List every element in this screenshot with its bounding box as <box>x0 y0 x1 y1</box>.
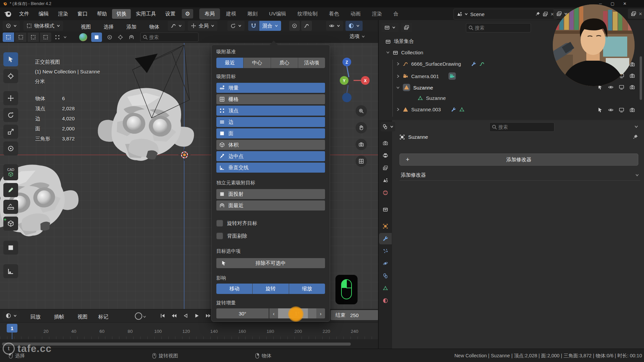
current-frame-badge[interactable]: 1 <box>7 324 17 333</box>
gizmo-dropdown[interactable] <box>168 21 185 31</box>
rotate-align-option[interactable]: 旋转对齐目标 <box>216 220 257 227</box>
end-frame-field[interactable]: 结束 250 <box>331 310 378 320</box>
timeline-scrollbar[interactable] <box>2 343 351 346</box>
tool-search[interactable] <box>140 33 199 42</box>
snap-face-nearest[interactable]: 面最近 <box>216 200 325 210</box>
snap-target-perpendicular[interactable]: 垂直交线 <box>216 163 325 173</box>
tab-modeling[interactable]: 建模 <box>221 8 241 19</box>
snap-base-center[interactable]: 中心 <box>244 58 271 68</box>
exclude-nonselectable-button[interactable]: 排除不可选中 <box>216 258 325 268</box>
tool-cursor[interactable] <box>3 69 18 83</box>
tab-collection-properties[interactable] <box>379 204 392 215</box>
pin-icon[interactable] <box>632 134 638 140</box>
editor-type-button[interactable] <box>3 21 20 31</box>
menu-playback[interactable]: 回放 <box>26 312 45 322</box>
affect-rotate[interactable]: 旋转 <box>253 284 289 294</box>
timeline-editor-button[interactable] <box>3 311 20 321</box>
menu-utils[interactable]: 实用工具 <box>131 9 160 19</box>
chevron-down-icon[interactable] <box>143 314 146 319</box>
menu-settings[interactable]: 设置 <box>161 9 180 19</box>
falloff-dropdown[interactable] <box>301 21 312 31</box>
camera-data-badge[interactable] <box>448 72 456 80</box>
slider-decrease-arrow[interactable]: ‹ <box>269 308 278 318</box>
menu-edit[interactable]: 编辑 <box>34 9 53 19</box>
properties-editor-button[interactable] <box>381 122 395 131</box>
affect-scale[interactable]: 缩放 <box>289 284 325 294</box>
hide-eye-icon[interactable] <box>608 107 613 113</box>
axis-gizmo[interactable]: Z Y X <box>332 54 374 104</box>
snap-target-edge-midpoint[interactable]: 边中点 <box>216 151 325 161</box>
rotation-increment-field[interactable]: 30° <box>216 308 269 318</box>
tab-uv[interactable]: UV编辑 <box>264 8 291 19</box>
snap-base-closest[interactable]: 最近 <box>216 58 244 68</box>
snap-target-face[interactable]: 面 <box>216 128 325 138</box>
overlay-circle-icon[interactable] <box>105 33 115 42</box>
menu-view3d[interactable]: 视图 <box>76 22 95 32</box>
menu-toggle[interactable]: 切换 <box>112 9 131 19</box>
snap-target-edge[interactable]: 边 <box>216 117 325 127</box>
zoom-button[interactable] <box>356 105 367 117</box>
mesh-data-icon[interactable] <box>459 107 465 112</box>
tool-rotate[interactable] <box>3 108 18 122</box>
tab-render-properties[interactable] <box>379 137 392 149</box>
row-collection[interactable]: Collection <box>386 50 423 55</box>
tab-layout[interactable]: 布局 <box>199 8 220 19</box>
snap-with-dropdown[interactable]: 混合 <box>259 21 281 31</box>
hide-render-icon[interactable] <box>630 73 635 78</box>
hide-eye-icon[interactable] <box>608 84 613 90</box>
proportional-edit-toggle[interactable] <box>289 21 300 31</box>
tab-output-properties[interactable] <box>379 150 392 161</box>
tool-corner[interactable] <box>3 264 18 278</box>
tool-add-cube[interactable]: + <box>3 217 18 231</box>
tab-physics-properties[interactable] <box>379 258 392 269</box>
minimize-button[interactable]: ─ <box>599 1 602 6</box>
jump-to-start-button[interactable] <box>158 311 168 320</box>
tab-modifier-properties[interactable] <box>379 233 392 244</box>
tab-sculpt[interactable]: 雕刻 <box>242 8 263 19</box>
selectable-icon[interactable] <box>597 107 603 113</box>
modifier-wrench-icon[interactable] <box>451 107 456 112</box>
hide-viewport-icon[interactable] <box>619 84 624 90</box>
select-mode-circle[interactable] <box>28 33 39 42</box>
tool-search-input[interactable] <box>140 33 199 42</box>
tab-rendering[interactable]: 渲染 <box>367 8 387 19</box>
modifier-wrench-icon[interactable] <box>471 61 476 67</box>
maximize-button[interactable]: ▢ <box>611 1 614 6</box>
backface-cull-option[interactable]: 背面剔除 <box>216 233 247 239</box>
chevron-down-icon[interactable] <box>396 86 400 89</box>
menu-render[interactable]: 渲染 <box>54 9 72 19</box>
checkbox[interactable] <box>216 233 223 239</box>
tab-texture-paint[interactable]: 纹理绘制 <box>292 8 323 19</box>
prev-keyframe-button[interactable] <box>169 311 179 320</box>
copy-icon[interactable] <box>543 11 548 17</box>
menu-help[interactable]: 帮助 <box>93 9 111 19</box>
pin-icon[interactable] <box>535 11 540 17</box>
menu-file[interactable]: 文件 <box>15 9 34 19</box>
play-reverse-button[interactable] <box>180 311 191 320</box>
close-button[interactable]: ✕ <box>623 1 627 6</box>
mode-selector[interactable]: 物体模式 <box>23 21 63 31</box>
menu-object3d[interactable]: 物体 <box>145 22 164 32</box>
matcap-sphere-icon[interactable] <box>79 33 87 41</box>
tool-scale[interactable] <box>3 125 18 139</box>
scene-selector[interactable]: Scene ✕ <box>453 9 557 19</box>
tab-viewlayer-properties[interactable] <box>379 162 392 174</box>
visibility-dropdown[interactable] <box>326 21 343 31</box>
shading-dropdown[interactable] <box>345 21 363 31</box>
row-surfacedrawing[interactable]: 6666_SurfaceDrawing <box>396 61 485 67</box>
tool-box-region[interactable] <box>3 241 18 255</box>
camera-view-button[interactable] <box>356 139 367 150</box>
row-suzanne-data[interactable]: Suzanne <box>418 95 446 101</box>
select-mode-extra[interactable] <box>52 33 62 42</box>
xray-circle-icon[interactable] <box>115 33 125 42</box>
row-suzanne003[interactable]: Suzanne.003 <box>396 107 465 112</box>
outliner-scrollbar[interactable] <box>640 56 642 100</box>
affect-move[interactable]: 移动 <box>216 284 253 294</box>
pan-hand-button[interactable] <box>356 122 367 133</box>
snap-base-active[interactable]: 活动项 <box>298 58 325 68</box>
snap-active-icon[interactable] <box>91 33 102 42</box>
select-mode-lasso[interactable] <box>40 33 51 42</box>
curve-data-icon[interactable] <box>479 61 485 67</box>
outliner-editor-button[interactable] <box>381 23 398 32</box>
chevron-down-icon[interactable] <box>63 36 67 39</box>
